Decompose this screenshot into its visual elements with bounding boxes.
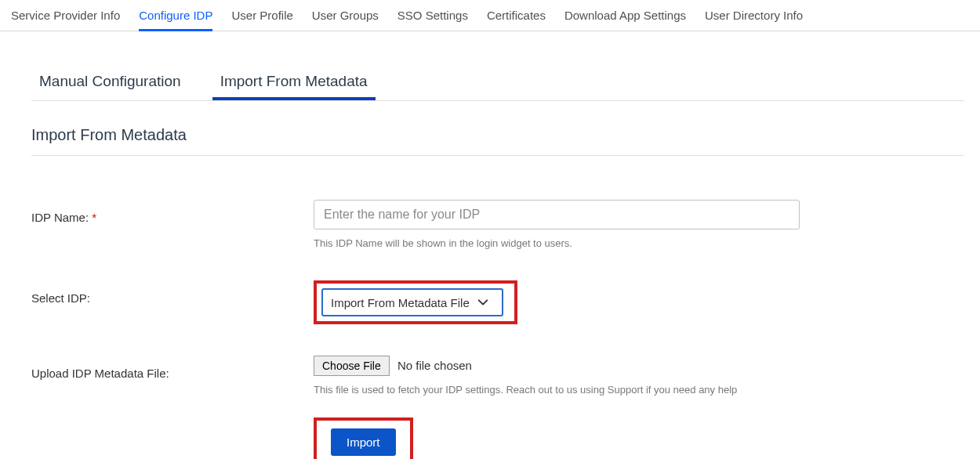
subtab-import-from-metadata[interactable]: Import From Metadata <box>212 63 376 100</box>
section-title: Import From Metadata <box>31 126 964 156</box>
label-upload-metadata: Upload IDP Metadata File: <box>31 356 314 380</box>
highlight-import-button: Import <box>314 417 413 459</box>
subtab-manual-configuration[interactable]: Manual Configuration <box>31 63 189 100</box>
control-idp-name: This IDP Name will be shown in the login… <box>314 200 964 249</box>
row-submit: Import <box>314 417 964 459</box>
tab-sso-settings[interactable]: SSO Settings <box>397 0 468 31</box>
highlight-select-idp: Import From Metadata File <box>314 280 517 324</box>
tab-user-directory-info[interactable]: User Directory Info <box>705 0 803 31</box>
chevron-down-icon <box>477 297 488 308</box>
import-button[interactable]: Import <box>331 428 396 456</box>
control-select-idp: Import From Metadata File <box>314 280 964 324</box>
choose-file-button[interactable]: Choose File <box>314 356 390 376</box>
label-idp-name: IDP Name: * <box>31 200 314 224</box>
idp-name-input[interactable] <box>314 200 800 230</box>
content-area: Manual Configuration Import From Metadat… <box>0 31 964 459</box>
required-asterisk: * <box>92 211 96 224</box>
row-idp-name: IDP Name: * This IDP Name will be shown … <box>31 200 964 249</box>
select-idp-value: Import From Metadata File <box>331 296 470 309</box>
tab-download-app-settings[interactable]: Download App Settings <box>564 0 686 31</box>
tab-service-provider-info[interactable]: Service Provider Info <box>11 0 120 31</box>
select-idp-dropdown[interactable]: Import From Metadata File <box>321 288 503 316</box>
row-select-idp: Select IDP: Import From Metadata File <box>31 280 964 324</box>
helper-upload: This file is used to fetch your IDP sett… <box>314 384 964 396</box>
file-chosen-status: No file chosen <box>397 359 472 372</box>
tab-certificates[interactable]: Certificates <box>487 0 546 31</box>
row-upload-metadata: Upload IDP Metadata File: Choose File No… <box>31 356 964 396</box>
tab-configure-idp[interactable]: Configure IDP <box>139 0 212 31</box>
sub-tab-bar: Manual Configuration Import From Metadat… <box>31 63 964 101</box>
helper-idp-name: This IDP Name will be shown in the login… <box>314 237 964 249</box>
tab-user-groups[interactable]: User Groups <box>312 0 379 31</box>
label-select-idp: Select IDP: <box>31 280 314 305</box>
label-idp-name-text: IDP Name: <box>31 211 92 224</box>
tab-user-profile[interactable]: User Profile <box>231 0 292 31</box>
top-tab-bar: Service Provider Info Configure IDP User… <box>0 0 980 31</box>
control-upload-metadata: Choose File No file chosen This file is … <box>314 356 964 396</box>
